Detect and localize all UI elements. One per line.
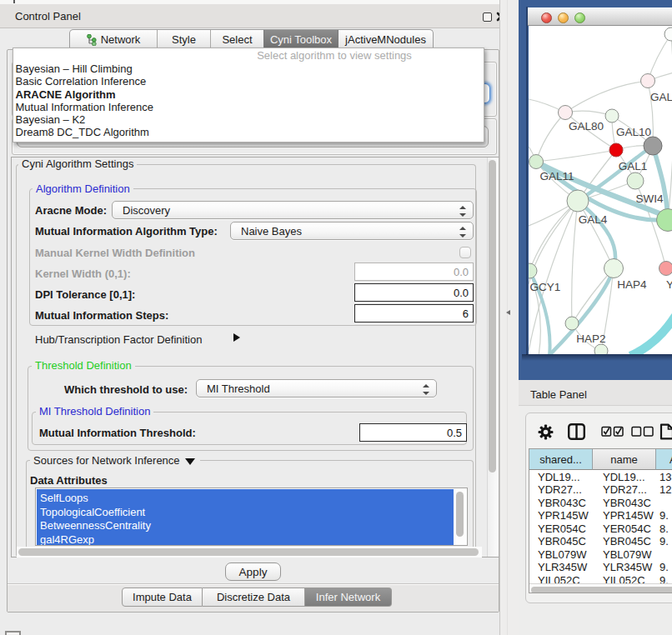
table-hscrollbar-thumb[interactable]: [531, 587, 672, 594]
mi-algorithm-type-combo[interactable]: Naive Bayes: [230, 222, 474, 240]
node-bottom[interactable]: [594, 344, 608, 354]
sources-collapse-icon[interactable]: [185, 458, 195, 465]
panel-divider-line: [507, 0, 508, 635]
network-window-titlebar[interactable]: [528, 8, 672, 26]
tab-discretize-data-label: Discretize Data: [217, 591, 290, 603]
node-gal11[interactable]: [529, 155, 544, 169]
table-cell[interactable]: YBR045C: [603, 535, 651, 548]
panel-divider[interactable]: [499, 0, 519, 635]
column-header-name[interactable]: name: [593, 449, 656, 470]
table-cell[interactable]: YBR043C: [603, 497, 651, 510]
tab-discretize-data[interactable]: Discretize Data: [203, 588, 305, 607]
popup-item[interactable]: Mutual Information Inference: [16, 101, 153, 114]
tab-jactivemnodules[interactable]: jActiveMNodules: [338, 30, 433, 49]
list-item[interactable]: gal4RGexp: [40, 533, 440, 547]
unchecked-columns-icon[interactable]: [631, 426, 654, 437]
document-icon[interactable]: [659, 422, 672, 441]
table-hscrollbar-track[interactable]: [529, 583, 672, 593]
dpi-tolerance-input[interactable]: [354, 283, 474, 302]
minimize-traffic-light[interactable]: [558, 12, 569, 23]
node-gal10[interactable]: [605, 109, 619, 122]
table-cell[interactable]: 9.: [659, 561, 669, 574]
list-item[interactable]: SelfLoops: [40, 492, 440, 506]
table-cell[interactable]: YDL19...: [603, 471, 645, 484]
node-gcy1[interactable]: [529, 263, 537, 278]
hub-expand-icon[interactable]: [233, 333, 240, 342]
partial-bottom-button[interactable]: [5, 631, 21, 635]
node-pink-left[interactable]: [559, 106, 573, 120]
tab-network[interactable]: Network: [70, 30, 157, 49]
table-cell[interactable]: 9.: [659, 509, 669, 522]
node-table: shared... name A YDL19... YDL19... 13 YD…: [529, 448, 672, 593]
dpi-tolerance-label: DPI Tolerance [0,1]:: [35, 288, 135, 301]
control-panel-tabbar: Network Style Select Cyni Toolbox jActiv…: [69, 29, 434, 49]
node-hap4[interactable]: [604, 259, 624, 278]
popup-item[interactable]: Bayesian – Hill Climbing: [16, 62, 133, 76]
table-cell[interactable]: YLR345W: [603, 561, 652, 574]
tab-cyni-toolbox[interactable]: Cyni Toolbox: [263, 30, 338, 49]
hub-section-label[interactable]: Hub/Transcription Factor Definition: [35, 333, 202, 346]
which-threshold-value: MI Threshold: [207, 382, 270, 395]
table-cell[interactable]: YER054C: [603, 522, 651, 536]
table-cell[interactable]: 8.: [659, 522, 669, 536]
table-cell[interactable]: YBR045C: [538, 535, 586, 548]
mi-threshold-input[interactable]: [359, 423, 467, 442]
node-pink-top[interactable]: [641, 74, 655, 88]
column-header-clipped[interactable]: A: [656, 449, 672, 470]
table-cell[interactable]: YPR145W: [538, 509, 589, 522]
which-threshold-combo[interactable]: MI Threshold: [196, 379, 437, 398]
table-cell[interactable]: YPR145W: [603, 509, 654, 522]
window-shadow: [522, 354, 672, 361]
table-cell[interactable]: YDR27...: [603, 483, 647, 497]
float-window-icon[interactable]: [483, 12, 492, 22]
list-scrollbar-thumb[interactable]: [456, 492, 464, 537]
list-scrollbar-track[interactable]: [454, 489, 466, 546]
kernel-width-input[interactable]: [354, 262, 474, 281]
close-traffic-light[interactable]: [541, 12, 552, 23]
algorithm-dropdown-popup: Select algorithm to view settings Bayesi…: [13, 48, 484, 142]
gear-icon[interactable]: [538, 424, 554, 440]
aracne-mode-combo[interactable]: Discovery: [112, 201, 474, 219]
tab-select[interactable]: Select: [210, 30, 263, 49]
table-cell[interactable]: YDR27...: [538, 483, 582, 497]
settings-vscrollbar-thumb[interactable]: [489, 160, 496, 472]
tab-impute-data[interactable]: Impute Data: [122, 588, 203, 607]
checked-columns-icon[interactable]: [601, 426, 624, 437]
column-header-shared-name[interactable]: shared...: [529, 449, 593, 470]
node-salmon[interactable]: [659, 262, 672, 276]
divider-collapse-icon[interactable]: [506, 310, 510, 315]
tab-cyni-toolbox-label: Cyni Toolbox: [270, 33, 332, 46]
manual-kernel-width-checkbox[interactable]: [459, 247, 471, 258]
node-label: HAP4: [617, 278, 647, 291]
zoom-traffic-light[interactable]: [574, 12, 585, 23]
table-cell[interactable]: YBL079W: [538, 548, 587, 562]
table-cell[interactable]: YLR345W: [538, 561, 587, 574]
popup-item[interactable]: Bayesian – K2: [16, 113, 86, 127]
table-cell[interactable]: YER054C: [538, 522, 586, 536]
tab-infer-network[interactable]: Infer Network: [305, 588, 392, 607]
node-gray[interactable]: [644, 137, 662, 155]
list-item[interactable]: BetweennessCentrality: [40, 519, 440, 533]
node-gal1-red[interactable]: [609, 143, 623, 157]
node-top-right[interactable]: [664, 28, 672, 41]
table-cell[interactable]: 9.: [659, 535, 669, 548]
data-attributes-list[interactable]: SelfLoops TopologicalCoefficient Between…: [35, 488, 468, 546]
node-swi4[interactable]: [627, 172, 644, 189]
popup-item-selected[interactable]: ARACNE Algorithm: [16, 88, 116, 102]
table-cell[interactable]: YBL079W: [603, 548, 652, 562]
apply-button[interactable]: Apply: [225, 562, 281, 581]
node-hap2[interactable]: [565, 317, 579, 330]
popup-item[interactable]: Dream8 DC_TDC Algorithm: [16, 126, 149, 139]
popup-item[interactable]: Basic Correlation Inference: [16, 75, 147, 88]
mi-steps-input[interactable]: [354, 304, 474, 322]
settings-hscrollbar-thumb[interactable]: [18, 548, 479, 556]
list-item[interactable]: TopologicalCoefficient: [40, 506, 440, 520]
tab-style[interactable]: Style: [157, 30, 210, 49]
table-cell[interactable]: YDL19...: [538, 471, 580, 484]
table-cell[interactable]: 13: [659, 471, 671, 484]
node-gal4[interactable]: [567, 190, 589, 212]
network-view-canvas[interactable]: GAL GAL80 GAL10 GAL1 GAL11 SWI4 GAL4 GCY…: [529, 26, 672, 354]
table-cell[interactable]: YBR043C: [538, 497, 586, 510]
table-cell[interactable]: 12: [659, 483, 671, 497]
split-pane-icon[interactable]: [568, 423, 585, 440]
